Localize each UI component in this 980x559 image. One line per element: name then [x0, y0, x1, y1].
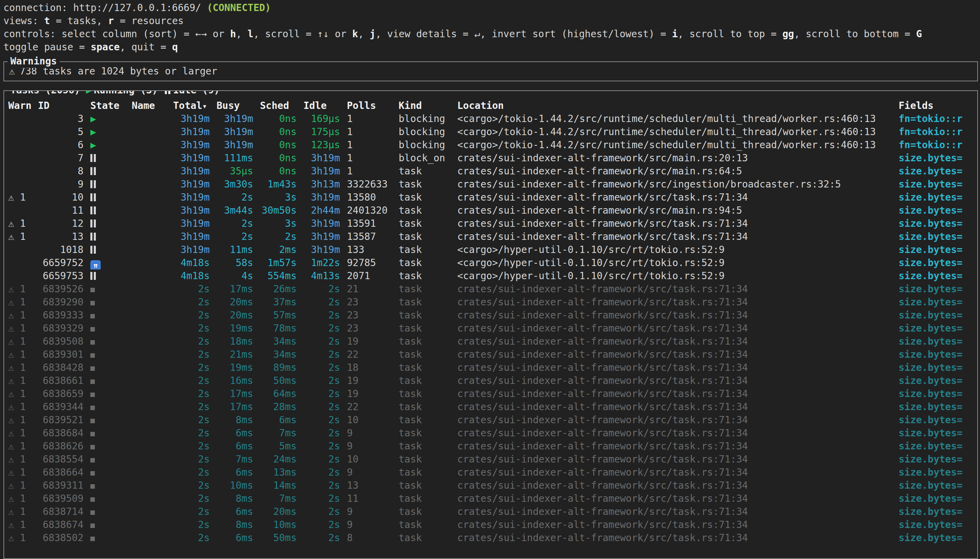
- task-row[interactable]: ⚠ 168386612s16ms50ms2s19taskcrates/sui-i…: [8, 374, 977, 387]
- task-row[interactable]: ⚠ 1103h19m2s3s3h19m13580taskcrates/sui-i…: [8, 191, 977, 204]
- pause-icon: [90, 246, 96, 254]
- duration-value: 2s: [328, 427, 340, 439]
- duration-value: 2s: [328, 453, 340, 465]
- cell-polls: 10: [347, 413, 392, 427]
- cell-state: [90, 309, 125, 322]
- task-row[interactable]: ⚠ 168393112s10ms14ms2s13taskcrates/sui-i…: [8, 479, 977, 492]
- column-header-location[interactable]: Location: [457, 99, 892, 112]
- cell-warn: ⚠ 1: [8, 296, 31, 309]
- task-row[interactable]: ⚠ 168395082s18ms34ms2s19taskcrates/sui-i…: [8, 335, 977, 348]
- cell-kind: task: [399, 217, 450, 230]
- column-header-kind[interactable]: Kind: [399, 99, 450, 112]
- cell-name: [132, 322, 166, 335]
- task-row[interactable]: 113h19m3m44s30m50s2h44m2401320taskcrates…: [8, 204, 977, 217]
- duration-value: 1m22s: [311, 257, 340, 268]
- task-row[interactable]: 6▶3h19m3h19m0ns123µs1blocking<cargo>/tok…: [8, 139, 977, 152]
- duration-value: 8ms: [235, 519, 253, 530]
- column-header-busy[interactable]: Busy: [217, 99, 253, 112]
- task-row[interactable]: ⚠ 168395212s8ms6ms2s10taskcrates/sui-ind…: [8, 413, 977, 427]
- task-row[interactable]: ⚠ 168386842s6ms7ms2s9taskcrates/sui-inde…: [8, 427, 977, 440]
- column-header-warn[interactable]: Warn: [8, 99, 31, 112]
- duration-value: 2s: [328, 493, 340, 504]
- task-row[interactable]: ⚠ 1123h19m2s3s3h19m13591taskcrates/sui-i…: [8, 217, 977, 230]
- cell-state: ▶: [90, 126, 125, 139]
- cell-id: 6838661: [38, 374, 83, 387]
- cell-kind: task: [399, 243, 450, 256]
- help-text: , invert sort (highest/lowest) =: [480, 28, 672, 40]
- help-text: toggle pause =: [3, 41, 91, 53]
- cell-polls: 23: [347, 322, 392, 335]
- cell-kind: task: [399, 374, 450, 387]
- column-header-fields[interactable]: Fields: [899, 99, 977, 112]
- column-header-state[interactable]: State: [90, 99, 125, 112]
- task-row[interactable]: ⚠ 168384282s19ms89ms2s18taskcrates/sui-i…: [8, 361, 977, 374]
- task-row[interactable]: 83h19m35µs0ns3h19m1taskcrates/sui-indexe…: [8, 165, 977, 178]
- duration-value: 20ms: [230, 309, 253, 321]
- cell-kind: task: [399, 322, 450, 335]
- cell-sched: 5ms: [260, 440, 296, 453]
- column-header-sched[interactable]: Sched: [260, 99, 296, 112]
- duration-value: 0ns: [279, 139, 296, 150]
- column-header-polls[interactable]: Polls: [347, 99, 392, 112]
- task-row[interactable]: 66597534m18s4s554ms4m13s2071task<cargo>/…: [8, 270, 977, 283]
- task-row[interactable]: ⚠ 168393292s19ms78ms2s23taskcrates/sui-i…: [8, 322, 977, 335]
- duration-value: 3h19m: [311, 165, 340, 177]
- task-row[interactable]: ⚠ 168395262s17ms26ms2s21taskcrates/sui-i…: [8, 283, 977, 296]
- key-hint: l: [248, 28, 253, 40]
- cell-busy: 19ms: [217, 322, 253, 335]
- duration-value: 2s: [328, 440, 340, 452]
- column-header-idle[interactable]: Idle: [303, 99, 340, 112]
- task-row[interactable]: ⚠ 168393442s17ms28ms2s22taskcrates/sui-i…: [8, 400, 977, 413]
- cell-sched: 26ms: [260, 283, 296, 296]
- cell-state: ▶: [90, 139, 125, 152]
- duration-value: 0ns: [279, 126, 296, 137]
- cell-sched: 1m43s: [260, 178, 296, 191]
- cell-busy: 111ms: [217, 152, 253, 165]
- task-row[interactable]: ⚠ 168386592s17ms64ms2s19taskcrates/sui-i…: [8, 387, 977, 400]
- task-row[interactable]: ⚠ 168386742s8ms10ms2s9taskcrates/sui-ind…: [8, 518, 977, 531]
- column-header-id[interactable]: ID: [38, 99, 83, 112]
- duration-value: 34ms: [273, 349, 296, 360]
- cell-name: [132, 427, 166, 440]
- cell-warn: ⚠ 1: [8, 322, 31, 335]
- cell-total: 2s: [173, 335, 210, 348]
- cell-location: crates/sui-indexer-alt-framework/src/tas…: [457, 440, 892, 453]
- task-row[interactable]: ⚠ 168386642s6ms13ms2s9taskcrates/sui-ind…: [8, 466, 977, 479]
- help-text: ,: [358, 28, 370, 40]
- task-row[interactable]: ⚠ 1133h19m2s2s3h19m13587taskcrates/sui-i…: [8, 230, 977, 243]
- duration-value: 3h19m: [181, 244, 210, 255]
- task-row[interactable]: ⚠ 168395092s8ms7ms2s11taskcrates/sui-ind…: [8, 492, 977, 505]
- column-header-name[interactable]: Name: [132, 99, 166, 112]
- task-row[interactable]: ⚠ 168392902s20ms37ms2s23taskcrates/sui-i…: [8, 296, 977, 309]
- cell-busy: 2s: [217, 217, 253, 230]
- cell-location: crates/sui-indexer-alt-framework/src/tas…: [457, 505, 892, 518]
- task-row[interactable]: 73h19m111ms0ns3h19m1block_oncrates/sui-i…: [8, 152, 977, 165]
- task-row[interactable]: 3▶3h19m3h19m0ns169µs1blocking<cargo>/tok…: [8, 112, 977, 126]
- idle-count-label: Idle (9): [173, 90, 220, 96]
- completed-icon: [90, 419, 95, 423]
- task-row[interactable]: 6659752⇈4m18s58s1m57s1m22s92785task<carg…: [8, 256, 977, 270]
- cell-name: [132, 400, 166, 413]
- cell-location: crates/sui-indexer-alt-framework/src/tas…: [457, 217, 892, 230]
- help-text: ↵: [475, 28, 480, 40]
- duration-value: 3h19m: [224, 126, 253, 137]
- cell-polls: 23: [347, 296, 392, 309]
- cell-warn: ⚠ 1: [8, 413, 31, 427]
- cell-kind: task: [399, 256, 450, 270]
- task-row[interactable]: ⚠ 168387142s6ms20ms2s9taskcrates/sui-ind…: [8, 505, 977, 518]
- task-row[interactable]: ⚠ 168385022s6ms50ms2s8taskcrates/sui-ind…: [8, 531, 977, 544]
- task-row[interactable]: 93h19m3m30s1m43s3h13m3322633taskcrates/s…: [8, 178, 977, 191]
- cell-idle: 3h13m: [303, 178, 340, 191]
- duration-value: 4m18s: [181, 270, 210, 281]
- task-row[interactable]: ⚠ 168385542s7ms24ms2s10taskcrates/sui-in…: [8, 453, 977, 466]
- column-header-total[interactable]: Total▾: [173, 99, 210, 112]
- task-row[interactable]: ⚠ 168393332s20ms57ms2s23taskcrates/sui-i…: [8, 309, 977, 322]
- task-row[interactable]: 10183h19m11ms2ms3h19m133task<cargo>/hype…: [8, 243, 977, 256]
- task-row[interactable]: ⚠ 168393012s21ms34ms2s22taskcrates/sui-i…: [8, 348, 977, 361]
- duration-value: 3h13m: [311, 179, 340, 190]
- task-row[interactable]: ⚠ 168386262s6ms5ms2s9taskcrates/sui-inde…: [8, 440, 977, 453]
- duration-value: 2s: [198, 401, 210, 412]
- task-row[interactable]: 5▶3h19m3h19m0ns175µs1blocking<cargo>/tok…: [8, 126, 977, 139]
- cell-name: [132, 361, 166, 374]
- warning-icon: ⚠: [8, 218, 14, 229]
